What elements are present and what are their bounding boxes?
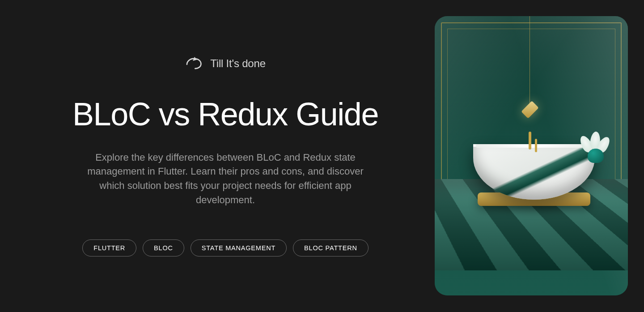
content-column: Till It's done BLoC vs Redux Guide Explo… — [16, 16, 435, 296]
tag-list: FLUTTER BLOC STATE MANAGEMENT BLOC PATTE… — [82, 239, 369, 256]
tag-bloc-pattern[interactable]: BLOC PATTERN — [293, 239, 369, 256]
hero-art — [435, 16, 628, 295]
brand-name: Till It's done — [210, 57, 266, 70]
page-root: Till It's done BLoC vs Redux Guide Explo… — [0, 0, 644, 312]
hero-image — [435, 16, 628, 295]
tag-flutter[interactable]: FLUTTER — [82, 239, 136, 256]
tag-state-management[interactable]: STATE MANAGEMENT — [191, 239, 287, 256]
tag-bloc[interactable]: BLOC — [143, 239, 184, 256]
brand-logo-icon — [185, 56, 204, 72]
content-block: Till It's done BLoC vs Redux Guide Explo… — [55, 56, 395, 256]
page-title: BLoC vs Redux Guide — [72, 98, 378, 132]
page-description: Explore the key differences between BLoC… — [76, 150, 375, 208]
brand: Till It's done — [185, 56, 266, 72]
